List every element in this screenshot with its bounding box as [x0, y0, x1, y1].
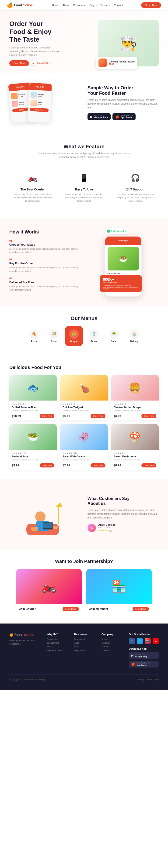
nav-restaurant[interactable]: Restaurant — [73, 4, 86, 6]
instagram-icon[interactable]: 📷 — [145, 638, 151, 644]
google-play-button[interactable]: ▶ GET IT ON Google Play — [87, 113, 111, 120]
partner-merchant-card: 🏪 Join Merchant Learn More — [86, 569, 152, 614]
food-desc-chicken: Consectetur sadipscing elit, sed. — [62, 409, 105, 412]
nav-pages[interactable]: Pages — [89, 4, 97, 6]
navigation: 🍊 FoodSense. Home About Restaurant Pages… — [0, 0, 168, 10]
app-section-title: Simple Way to Order Your Food Faster — [87, 85, 159, 96]
nav-contact[interactable]: Contact — [114, 4, 123, 6]
footer-faq-link[interactable]: FAQ — [155, 679, 159, 681]
testimonial-illustration — [9, 489, 81, 540]
phone-food-img — [11, 92, 18, 99]
footer-link-developers[interactable]: Developers — [74, 638, 94, 640]
footer-why-us-title: Why Us? — [47, 633, 67, 636]
menu-drink[interactable]: 🥤 Drink — [85, 326, 103, 346]
food-rating-salmon: ★★★★★(5) — [12, 403, 54, 405]
food-order-btn-salmon[interactable]: Order Now — [40, 414, 54, 418]
hero-watch-button[interactable]: ▶ Watch Video — [31, 61, 50, 65]
nav-order-button[interactable]: Order Now — [141, 2, 161, 8]
nav-links: Home About Restaurant Pages Services Con… — [52, 4, 123, 6]
footer-link-watch-demo[interactable]: Watch the Demo — [47, 649, 67, 652]
feature-easy-use-title: Easy To Use — [64, 188, 104, 191]
partnership-title: Want to Join Partnership? — [9, 559, 159, 564]
menu-categories: 🍕 Pizza 🍜 Asian 🍔 Burger 🥤 Drink 🥗 Salad… — [9, 326, 159, 346]
food-desc-calamari: Consectetur sadipscing elit, sed. — [62, 459, 105, 461]
phone-order-btn[interactable]: Order Now — [30, 107, 49, 112]
testimonial-section: What Customers Say About us Lorem ipsum … — [0, 479, 168, 549]
food-order-btn-chicken[interactable]: Order Now — [90, 414, 106, 418]
how-phone-food-image: 🥗 — [108, 247, 139, 271]
menu-burger[interactable]: 🍔 Burger — [65, 326, 83, 346]
footer-link-contact[interactable]: Contact — [101, 649, 122, 652]
youtube-icon[interactable]: ▶ — [153, 638, 159, 644]
twitter-icon[interactable]: t — [137, 638, 143, 644]
food-order-btn-calamari[interactable]: Order Now — [90, 463, 106, 467]
menu-pizza[interactable]: 🍕 Pizza — [25, 326, 43, 346]
footer-link-engagement[interactable]: Engagement — [47, 642, 67, 644]
footer-link-apps[interactable]: Apps — [74, 642, 94, 644]
svg-rect-6 — [43, 523, 52, 528]
footer-link-scale[interactable]: Scale — [47, 646, 67, 648]
features-title: What we Feature — [9, 144, 159, 150]
food-image-burger: 🍔 — [111, 375, 159, 401]
footer-link-career[interactable]: Career — [101, 646, 122, 648]
feature-support: 🎧 24/7 Support Lorem ipsum dolor sit ame… — [112, 166, 159, 207]
food-desc-mushroom: Consectetur sadipscing elit, sed. — [114, 459, 156, 461]
food-order-btn-burger[interactable]: Order Now — [141, 414, 156, 418]
nav-home[interactable]: Home — [52, 4, 59, 6]
svg-point-1 — [35, 512, 45, 522]
food-rating-mushroom: ★★★★★(1) — [114, 452, 156, 454]
reviewer-avatar: A — [87, 524, 96, 532]
feature-easy-use: 📱 Easy To Use Lorem ipsum dolor sit amet… — [61, 166, 107, 207]
footer-link-merchant[interactable]: Merchant — [101, 642, 122, 644]
app-store-button[interactable]: 🍎 Download on the App Store — [113, 113, 136, 120]
menu-asian[interactable]: 🍜 Asian — [45, 326, 63, 346]
footer-terms-link[interactable]: Terms — [147, 679, 152, 681]
footer-privacy-link[interactable]: Privacy — [138, 679, 144, 681]
logo[interactable]: 🍊 FoodSense. — [7, 2, 34, 8]
footer-app-store-btn[interactable]: 🍎 Download on the App Store — [129, 661, 159, 668]
bakery-icon: 🧁 — [129, 330, 139, 339]
logo-secondary: Sense. — [23, 3, 34, 7]
burger-icon: 🍔 — [69, 330, 79, 339]
nav-services[interactable]: Services — [100, 4, 110, 6]
food-order-btn-seafood-salad[interactable]: Order Now — [40, 463, 54, 467]
footer-company: Company About Merchant Career Contact — [101, 633, 122, 668]
footer-link-responsive[interactable]: Responsive — [47, 638, 67, 640]
how-step-2: 02 Pay For the Order Lorem ipsum dolor s… — [9, 258, 81, 273]
food-grid: 🐟 ★★★★★(5) Grilled Salmon Fillet Consect… — [9, 375, 159, 470]
copyright-text: ©Copyright 2021 FoodSense Food delivery — [9, 679, 45, 681]
merchant-learn-more-button[interactable]: Learn More — [132, 607, 149, 611]
menu-bakery[interactable]: 🧁 Bakery — [125, 326, 143, 346]
food-desc-salmon: Consectetur sadipscing elit, sed. — [12, 409, 54, 412]
footer-google-play-icon: ▶ — [131, 653, 134, 657]
footer-bottom: ©Copyright 2021 FoodSense Food delivery … — [9, 675, 159, 681]
features-section: What we Feature Lorem ipsum dolor sit am… — [0, 132, 168, 219]
nav-about[interactable]: About — [62, 4, 69, 6]
partnership-section: Want to Join Partnership? 🏍️ Join Courie… — [0, 549, 168, 623]
footer-logo: 🍊 FoodSense. — [9, 633, 40, 637]
hero-content: Order Your Food & Enjoy The Taste Lorem … — [9, 20, 84, 66]
courier-learn-more-button[interactable]: Learn More — [62, 607, 79, 611]
menus-title: Our Menus — [9, 315, 159, 321]
food-price-calamari: $7.99 — [62, 463, 70, 467]
footer-google-play-btn[interactable]: ▶ GET IT ON Google Play — [129, 652, 159, 659]
facebook-icon[interactable]: f — [129, 638, 135, 644]
app-text-content: Simple Way to Order Your Food Faster Lor… — [87, 85, 159, 120]
feature-courier: 🏍️ The Best Courier Lorem ipsum dolor si… — [9, 166, 56, 207]
hero-order-button[interactable]: Order Now — [9, 60, 29, 66]
footer-brand: 🍊 FoodSense. Lorem ipsum dolor sit amet … — [9, 633, 40, 668]
features-subtitle: Lorem ipsum dolor sit amet, consectetur … — [37, 152, 131, 159]
step-2-desc: Lorem ipsum dolor sit amet, consectetur … — [9, 266, 81, 273]
food-name-salmon: Grilled Salmon Fillet — [12, 406, 54, 409]
footer: 🍊 FoodSense. Lorem ipsum dolor sit amet … — [0, 623, 168, 690]
footer-download-title: Download App — [129, 647, 159, 650]
food-order-btn-mushroom[interactable]: Order Now — [141, 463, 156, 467]
food-desc-seafood-salad: Consectetur sadipscing elit, sed. — [12, 459, 54, 461]
food-rating-calamari: ★★★★★(34) — [62, 452, 105, 454]
footer-resources-title: Resources — [74, 633, 94, 636]
footer-link-blog[interactable]: Blog — [74, 646, 94, 648]
footer-link-help[interactable]: Help Center — [74, 649, 94, 652]
footer-link-about[interactable]: About — [101, 638, 122, 640]
menu-salad[interactable]: 🥗 Salad — [105, 326, 123, 346]
features-grid: 🏍️ The Best Courier Lorem ipsum dolor si… — [9, 166, 159, 207]
